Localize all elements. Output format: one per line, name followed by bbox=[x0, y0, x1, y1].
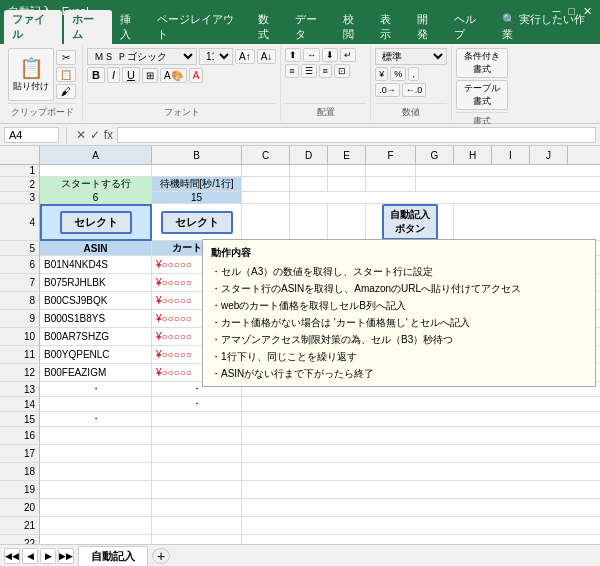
cell-a1[interactable] bbox=[40, 165, 152, 177]
cell-b21[interactable] bbox=[152, 517, 242, 535]
col-header-j[interactable]: J bbox=[530, 146, 568, 164]
sheet-nav-next[interactable]: ▶ bbox=[40, 548, 56, 564]
cell-b1[interactable] bbox=[152, 165, 242, 177]
cell-b17[interactable] bbox=[152, 445, 242, 463]
col-header-b[interactable]: B bbox=[152, 146, 242, 164]
cell-b4[interactable]: セレクト bbox=[152, 204, 242, 241]
cell-d4[interactable] bbox=[290, 204, 328, 241]
italic-button[interactable]: I bbox=[107, 67, 120, 83]
increase-decimal-button[interactable]: .0→ bbox=[375, 83, 400, 97]
cell-rest2[interactable] bbox=[416, 177, 600, 192]
cell-rest1[interactable] bbox=[416, 165, 600, 177]
cell-a11[interactable]: B00YQPENLC bbox=[40, 346, 152, 364]
tab-help[interactable]: ヘルプ bbox=[446, 10, 494, 44]
font-color-button[interactable]: A bbox=[189, 68, 204, 83]
font-shrink-button[interactable]: A↓ bbox=[257, 49, 277, 64]
font-size-select[interactable]: 11 bbox=[199, 48, 233, 65]
cell-a2[interactable]: スタートする行 bbox=[40, 177, 152, 192]
cell-d1[interactable] bbox=[290, 165, 328, 177]
cell-b14[interactable]: ・ bbox=[152, 397, 242, 412]
cell-rest21[interactable] bbox=[242, 517, 600, 535]
tab-dev[interactable]: 開発 bbox=[409, 10, 446, 44]
font-name-select[interactable]: ＭＳ Ｐゴシック bbox=[87, 48, 197, 65]
cell-c3[interactable] bbox=[242, 192, 290, 204]
cell-e2[interactable] bbox=[328, 177, 366, 192]
cell-a3[interactable]: 6 bbox=[40, 192, 152, 204]
font-grow-button[interactable]: A↑ bbox=[235, 49, 255, 64]
cell-a6[interactable]: B01N4NKD4S bbox=[40, 256, 152, 274]
col-header-e[interactable]: E bbox=[328, 146, 366, 164]
cell-a9[interactable]: B000S1B8YS bbox=[40, 310, 152, 328]
align-top-button[interactable]: ⬆ bbox=[285, 48, 301, 62]
select-button-a[interactable]: セレクト bbox=[60, 211, 132, 234]
cell-a17[interactable] bbox=[40, 445, 152, 463]
cell-a8[interactable]: B00CSJ9BQK bbox=[40, 292, 152, 310]
cell-a16[interactable] bbox=[40, 427, 152, 445]
border-button[interactable]: ⊞ bbox=[142, 68, 158, 83]
cell-a14[interactable] bbox=[40, 397, 152, 412]
cell-a10[interactable]: B00AR7SHZG bbox=[40, 328, 152, 346]
cell-a20[interactable] bbox=[40, 499, 152, 517]
cell-rest15[interactable] bbox=[242, 412, 600, 427]
cell-rest17[interactable] bbox=[242, 445, 600, 463]
merge-button[interactable]: ⊡ bbox=[334, 64, 350, 78]
cell-a5[interactable]: ASIN bbox=[40, 241, 152, 256]
comma-button[interactable]: , bbox=[408, 67, 419, 81]
tab-page-layout[interactable]: ページレイアウト bbox=[149, 10, 250, 44]
cell-a4[interactable]: セレクト bbox=[40, 204, 152, 241]
align-bottom-button[interactable]: ⬇ bbox=[322, 48, 338, 62]
formula-input[interactable] bbox=[117, 127, 596, 143]
cell-rest4[interactable] bbox=[454, 204, 600, 241]
cell-rest22[interactable] bbox=[242, 535, 600, 544]
tab-view[interactable]: 表示 bbox=[372, 10, 409, 44]
name-box[interactable] bbox=[4, 127, 59, 143]
underline-button[interactable]: U bbox=[122, 67, 140, 83]
cell-c4[interactable] bbox=[242, 204, 290, 241]
cell-c2[interactable] bbox=[242, 177, 290, 192]
sheet-nav-last[interactable]: ▶▶ bbox=[58, 548, 74, 564]
copy-button[interactable]: 📋 bbox=[56, 67, 76, 82]
cell-b19[interactable] bbox=[152, 481, 242, 499]
cell-a21[interactable] bbox=[40, 517, 152, 535]
tab-data[interactable]: データ bbox=[287, 10, 335, 44]
cell-b2[interactable]: 待機時間[秒/1行] bbox=[152, 177, 242, 192]
cell-b20[interactable] bbox=[152, 499, 242, 517]
align-right-button[interactable]: ≡ bbox=[319, 64, 332, 78]
col-header-i[interactable]: I bbox=[492, 146, 530, 164]
cancel-icon[interactable]: ✕ bbox=[76, 128, 86, 142]
cell-rest20[interactable] bbox=[242, 499, 600, 517]
cell-a19[interactable] bbox=[40, 481, 152, 499]
wrap-text-button[interactable]: ↵ bbox=[340, 48, 356, 62]
cell-rest16[interactable] bbox=[242, 427, 600, 445]
cut-button[interactable]: ✂ bbox=[56, 50, 76, 65]
tab-home[interactable]: ホーム bbox=[64, 10, 112, 44]
col-header-g[interactable]: G bbox=[416, 146, 454, 164]
conditional-format-button[interactable]: 条件付き書式 bbox=[456, 48, 508, 78]
cell-a12[interactable]: B00FEAZIGM bbox=[40, 364, 152, 382]
cell-a15[interactable]: ・ bbox=[40, 412, 152, 427]
cell-rest19[interactable] bbox=[242, 481, 600, 499]
tab-file[interactable]: ファイル bbox=[4, 10, 62, 44]
col-header-c[interactable]: C bbox=[242, 146, 290, 164]
align-left-button[interactable]: ≡ bbox=[285, 64, 298, 78]
sheet-nav-first[interactable]: ◀◀ bbox=[4, 548, 20, 564]
fill-color-button[interactable]: A🎨 bbox=[160, 68, 187, 83]
cell-b3[interactable]: 15 bbox=[152, 192, 242, 204]
confirm-icon[interactable]: ✓ bbox=[90, 128, 100, 142]
cell-f2[interactable] bbox=[366, 177, 416, 192]
add-sheet-button[interactable]: + bbox=[152, 548, 170, 564]
tab-search[interactable]: 🔍 実行したい作業 bbox=[494, 10, 600, 44]
align-middle-button[interactable]: ↔ bbox=[303, 48, 320, 62]
cell-e1[interactable] bbox=[328, 165, 366, 177]
col-header-f[interactable]: F bbox=[366, 146, 416, 164]
function-icon[interactable]: fx bbox=[104, 128, 113, 142]
align-center-button[interactable]: ☰ bbox=[301, 64, 317, 78]
number-format-select[interactable]: 標準 bbox=[375, 48, 447, 65]
sheet-tab-auto[interactable]: 自動記入 bbox=[78, 546, 148, 566]
cell-e4[interactable] bbox=[328, 204, 366, 241]
cell-rest14[interactable] bbox=[242, 397, 600, 412]
col-header-a[interactable]: A bbox=[40, 146, 152, 164]
col-header-d[interactable]: D bbox=[290, 146, 328, 164]
currency-button[interactable]: ¥ bbox=[375, 67, 388, 81]
select-button-b[interactable]: セレクト bbox=[161, 211, 233, 234]
